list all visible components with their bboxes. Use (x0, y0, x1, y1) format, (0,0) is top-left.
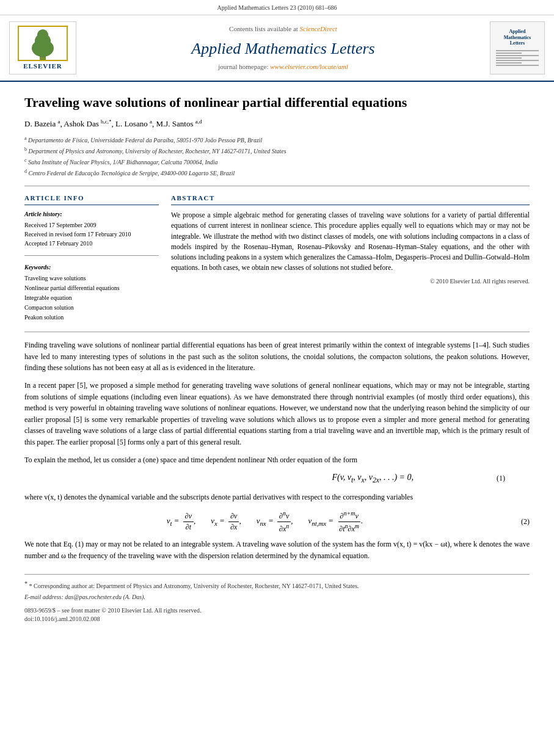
abstract-text: We propose a simple algebraic method for… (171, 210, 530, 274)
eq2-vx: vx = ∂v ∂x , (211, 511, 241, 532)
main-content: Traveling wave solutions of nonlinear pa… (0, 82, 554, 636)
header-center: Contents lists available at ScienceDirec… (82, 21, 484, 75)
journal-thumbnail: AppliedMathematicsLetters (490, 21, 545, 75)
article-info-column: ARTICLE INFO Article history: Received 1… (24, 194, 159, 322)
keyword-1: Traveling wave solutions (24, 274, 159, 283)
journal-header: tree ELSEVIER Contents lists available a… (0, 15, 554, 82)
elsevier-logo: tree ELSEVIER (9, 21, 76, 75)
footer: * * Corresponding author at: Department … (24, 574, 530, 623)
equation-2-row: vt = ∂v ∂t , vx = ∂v ∂x , vnx = ∂nv (24, 509, 530, 534)
body-sentence-eq1: To explain the method, let us consider a… (24, 454, 530, 466)
homepage-label: journal homepage: (218, 63, 268, 70)
keyword-5: Peakon solution (24, 313, 159, 322)
history-revised: Received in revised form 17 February 201… (24, 230, 159, 239)
doi-line: doi:10.1016/j.aml.2010.02.008 (24, 615, 530, 623)
body-divider (24, 332, 530, 332)
elsevier-tree-icon: tree (15, 25, 70, 62)
article-info-header: ARTICLE INFO (24, 194, 159, 205)
info-divider (24, 255, 159, 256)
sciencedirect-link[interactable]: ScienceDirect (300, 25, 337, 32)
body-paragraph-2: In a recent paper [5], we proposed a sim… (24, 380, 530, 448)
history-received: Received 17 September 2009 (24, 220, 159, 230)
footnote-email: E-mail address: das@pas.rochester.edu (A… (24, 593, 530, 602)
keyword-2: Nonlinear partial differential equations (24, 283, 159, 293)
keyword-4: Compacton solution (24, 303, 159, 313)
homepage-url[interactable]: www.elsevier.com/locate/aml (270, 63, 348, 70)
equation-1: F(v, vt, vx, v2x, . . .) = 0, (1) (49, 471, 505, 485)
history-accepted: Accepted 17 February 2010 (24, 239, 159, 248)
equation-2-number: (2) (505, 517, 530, 527)
history-label: Article history: (24, 210, 159, 219)
keyword-3: Integrable equation (24, 293, 159, 303)
footnote-star-text: * Corresponding author at: Department of… (29, 583, 359, 589)
keywords-section: Keywords: Traveling wave solutions Nonli… (24, 263, 159, 322)
authors: D. Bazeia a, Ashok Das b,c,*, L. Losano … (24, 118, 530, 130)
footnote-email-text: E-mail address: das@pas.rochester.edu (A… (24, 594, 145, 600)
affiliations: a Departamento de Física, Universidade F… (24, 135, 530, 178)
elsevier-brand: ELSEVIER (23, 62, 62, 71)
issn-line: 0893-9659/$ – see front matter © 2010 El… (24, 606, 530, 615)
divider (24, 186, 530, 186)
equation-1-content: F(v, vt, vx, v2x, . . .) = 0, (265, 471, 481, 485)
journal-line: Applied Mathematics Letters 23 (2010) 68… (0, 0, 554, 15)
page: Applied Mathematics Letters 23 (2010) 68… (0, 0, 554, 756)
journal-citation: Applied Mathematics Letters 23 (2010) 68… (217, 4, 337, 11)
contents-label: Contents lists available at (229, 25, 298, 32)
abstract-header: ABSTRACT (171, 194, 530, 205)
sciencedirect-line: Contents lists available at ScienceDirec… (229, 24, 337, 34)
paper-title: Traveling wave solutions of nonlinear pa… (24, 94, 530, 112)
keywords-label: Keywords: (24, 263, 159, 272)
body-sentence-after-eq1: where v(x, t) denotes the dynamical vari… (24, 492, 530, 503)
homepage-line: journal homepage: www.elsevier.com/locat… (218, 62, 348, 71)
abstract-column: ABSTRACT We propose a simple algebraic m… (171, 194, 530, 322)
body-paragraph-3: We note that Eq. (1) may or may not be r… (24, 539, 530, 561)
svg-text:tree: tree (40, 56, 45, 60)
article-abstract-columns: ARTICLE INFO Article history: Received 1… (24, 194, 530, 322)
svg-point-3 (37, 29, 48, 40)
copyright: © 2010 Elsevier Ltd. All rights reserved… (171, 277, 530, 286)
equation-1-number: (1) (481, 473, 505, 484)
journal-title: Applied Mathematics Letters (191, 38, 374, 60)
footnote-star: * * Corresponding author at: Department … (24, 580, 530, 591)
eq2-vntmx: vnt,mx = ∂n+mv ∂tn∂xm . (308, 509, 363, 534)
article-history: Article history: Received 17 September 2… (24, 210, 159, 248)
body-paragraph-1: Finding traveling wave solutions of nonl… (24, 340, 530, 374)
eq2-vt: vt = ∂v ∂t , (167, 511, 196, 532)
eq2-vnx: vnx = ∂nv ∂xn , (257, 509, 293, 534)
